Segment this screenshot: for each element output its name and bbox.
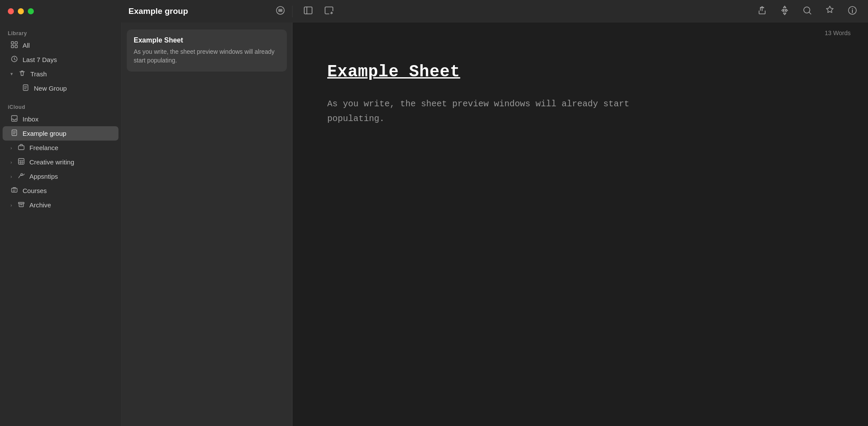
editor-panel: 13 Words Example Sheet As you write, the… [293, 23, 868, 426]
sidebar-item-courses[interactable]: Courses [3, 184, 118, 198]
badge-button[interactable] [823, 3, 837, 20]
sidebar-item-appsntips[interactable]: › Appsntips [3, 169, 118, 184]
editor-toolbar-right [755, 3, 859, 20]
sidebar-item-creative-writing[interactable]: › Creative writing [3, 155, 118, 169]
archive-icon [17, 201, 25, 209]
doc-icon [22, 84, 30, 92]
courses-icon [10, 187, 18, 195]
freelance-chevron-icon: › [10, 145, 12, 151]
svg-rect-16 [12, 116, 17, 121]
svg-point-5 [784, 10, 786, 11]
sidebar-item-archive[interactable]: › Archive [3, 198, 118, 212]
editor-content: Example Sheet As you write, the sheet pr… [293, 36, 868, 161]
trash-chevron-icon: ▾ [10, 71, 13, 77]
sidebar-item-inbox-label: Inbox [23, 115, 39, 123]
titlebar: Example group [0, 0, 868, 23]
share-button[interactable] [755, 3, 769, 20]
note-card[interactable]: Example Sheet As you write, the sheet pr… [127, 29, 287, 72]
icloud-section-label: iCloud [0, 102, 121, 112]
main-content: Library All Last 7 Days [0, 23, 868, 426]
sidebar-item-archive-label: Archive [30, 201, 51, 209]
editor-toolbar-left [301, 3, 336, 20]
close-button[interactable] [8, 8, 14, 14]
word-count: 13 Words [293, 23, 868, 36]
sidebar-item-appsntips-label: Appsntips [30, 173, 58, 180]
sidebar-item-inbox[interactable]: Inbox [3, 112, 118, 126]
svg-rect-19 [18, 159, 24, 164]
svg-rect-12 [11, 46, 14, 48]
svg-rect-11 [15, 42, 18, 44]
table-icon [17, 158, 25, 166]
sidebar-item-trash-label: Trash [30, 70, 47, 78]
archive-chevron-icon: › [10, 203, 12, 208]
svg-rect-18 [18, 146, 24, 150]
traffic-lights [0, 8, 122, 14]
panel-titlebar: Example group [122, 6, 293, 17]
sidebar: Library All Last 7 Days [0, 23, 122, 426]
library-section-label: Library [0, 28, 121, 38]
note-card-title: Example Sheet [134, 36, 280, 44]
svg-rect-3 [304, 7, 312, 14]
creative-writing-chevron-icon: › [10, 160, 12, 165]
note-card-preview: As you write, the sheet preview windows … [134, 48, 280, 65]
scribble-icon [17, 172, 25, 180]
panel-title: Example group [128, 7, 276, 16]
sidebar-item-last7days-label: Last 7 Days [23, 56, 57, 63]
doc-filled-icon [10, 129, 18, 138]
minimize-button[interactable] [18, 8, 24, 14]
move-button[interactable] [778, 3, 792, 20]
sidebar-item-courses-label: Courses [23, 187, 47, 194]
sidebar-item-trash[interactable]: ▾ Trash [3, 67, 118, 81]
grid-icon [10, 41, 18, 49]
trash-icon [18, 70, 26, 78]
svg-rect-13 [15, 46, 18, 48]
sidebar-item-new-group[interactable]: New Group [3, 81, 118, 95]
editor-body-text[interactable]: As you write, the sheet preview windows … [327, 97, 718, 126]
sidebar-item-all-label: All [23, 42, 30, 49]
middle-panel: Example Sheet As you write, the sheet pr… [122, 23, 293, 426]
svg-point-6 [804, 7, 810, 13]
appsntips-chevron-icon: › [10, 174, 12, 179]
sidebar-item-example-group[interactable]: Example group [3, 126, 118, 141]
search-button[interactable] [800, 3, 814, 20]
sidebar-item-creative-writing-label: Creative writing [30, 158, 74, 166]
info-button[interactable] [845, 3, 859, 20]
svg-rect-10 [11, 42, 14, 44]
sidebar-item-freelance[interactable]: › Freelance [3, 141, 118, 155]
sidebar-item-new-group-label: New Group [34, 85, 67, 92]
sidebar-item-example-group-label: Example group [23, 130, 66, 137]
sidebar-item-last7days[interactable]: Last 7 Days [3, 52, 118, 67]
clock-icon [10, 56, 18, 64]
briefcase-icon [17, 144, 25, 152]
sidebar-item-freelance-label: Freelance [30, 144, 59, 151]
editor-document-title: Example Sheet [327, 62, 833, 81]
tray-icon [10, 115, 18, 123]
fullscreen-button[interactable] [28, 8, 34, 14]
sidebar-toggle-button[interactable] [301, 3, 315, 20]
panel-menu-icon[interactable] [276, 6, 285, 17]
editor-toolbar [293, 3, 868, 20]
compose-button[interactable] [322, 3, 336, 20]
svg-point-9 [852, 8, 853, 9]
sidebar-item-all[interactable]: All [3, 38, 118, 52]
